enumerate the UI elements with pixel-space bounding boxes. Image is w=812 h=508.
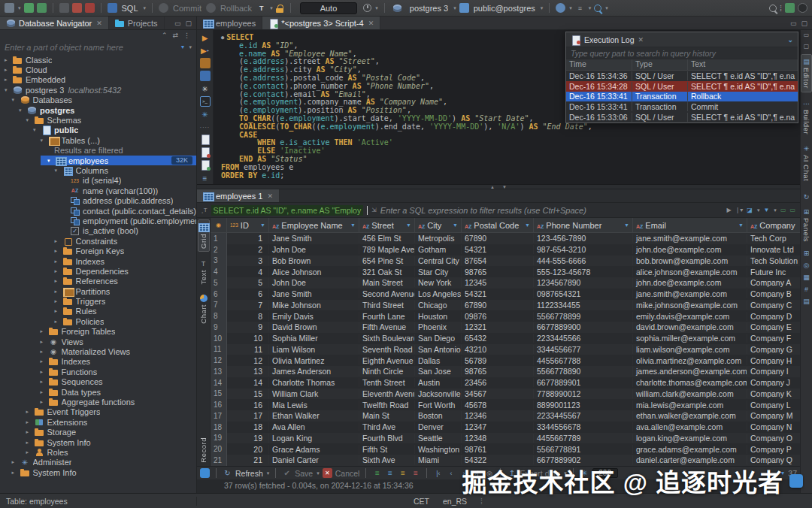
tree-item-employees[interactable]: ▾employees32K bbox=[0, 156, 196, 165]
tree-expander-icon[interactable]: ▸ bbox=[5, 67, 11, 73]
tree-item-materialized-views[interactable]: ▸◉Materialized Views bbox=[0, 346, 196, 356]
add-row-icon[interactable]: ≡ bbox=[372, 468, 382, 478]
cell-email[interactable]: jane.smith@example.com bbox=[633, 234, 747, 243]
cell-email[interactable]: logan.king@example.com bbox=[633, 434, 747, 443]
tree-expander-icon[interactable]: ▸ bbox=[26, 409, 33, 415]
cell-postal-code[interactable]: 54321 bbox=[462, 245, 534, 254]
tree-expander-icon[interactable]: ▾ bbox=[19, 107, 26, 113]
column-header-email[interactable]: AZEmail▼ bbox=[633, 218, 747, 232]
globe-icon[interactable] bbox=[556, 3, 565, 13]
cell-email[interactable]: mia.lewis@example.com bbox=[633, 401, 747, 410]
load-filter-icon[interactable]: ▭ bbox=[789, 207, 795, 213]
tree-expander-icon[interactable]: ▸ bbox=[55, 248, 62, 254]
tree-item-tables[interactable]: ▾Tables (...) bbox=[0, 135, 196, 145]
maximize-editor-icon[interactable]: ▢ bbox=[801, 20, 807, 27]
tree-expander-icon[interactable]: ▾ bbox=[47, 158, 54, 164]
tree-item-event-triggers[interactable]: ▸Event Triggers bbox=[0, 407, 196, 417]
tree-expander-icon[interactable]: ▸ bbox=[41, 339, 47, 345]
maximize-panel-icon[interactable]: ▢ bbox=[804, 43, 810, 50]
explain-plan-icon[interactable] bbox=[200, 71, 211, 81]
close-icon[interactable]: ✕ bbox=[96, 20, 102, 27]
tree-item-name-varchar-100[interactable]: AZname (varchar(100)) bbox=[0, 186, 196, 195]
row-number[interactable]: 2 bbox=[211, 244, 227, 256]
panels-toggle[interactable]: ⊞ Panels bbox=[801, 205, 812, 245]
row-number[interactable]: 3 bbox=[211, 256, 227, 267]
cell-employee-name[interactable]: Ethan Walker bbox=[269, 411, 359, 420]
driver-manager-icon[interactable] bbox=[85, 3, 95, 13]
cell-email[interactable]: mike.johnson@example.com bbox=[633, 301, 747, 310]
cell-employee-name[interactable]: James Anderson bbox=[269, 367, 359, 376]
cell-employee-name[interactable]: Bob Brown bbox=[269, 256, 359, 265]
cell-id[interactable]: 19 bbox=[227, 434, 269, 443]
cell-employee-name[interactable]: Daniel Carter bbox=[269, 455, 359, 464]
cell-street[interactable]: Fifth St bbox=[359, 445, 415, 454]
overflow-menu-icon[interactable]: ⁞ bbox=[780, 4, 782, 13]
invalidate-connection-icon[interactable] bbox=[72, 3, 82, 13]
row-number[interactable]: 4 bbox=[211, 266, 227, 277]
tree-item-functions[interactable]: ▸Functions bbox=[0, 367, 196, 376]
tree-item-sequences[interactable]: ▸Sequences bbox=[0, 377, 196, 387]
close-icon[interactable]: ✕ bbox=[267, 192, 273, 200]
execute-new-tab-icon[interactable]: ▶+ bbox=[200, 45, 211, 56]
cell-employee-name[interactable]: Logan King bbox=[269, 434, 359, 443]
cell-street[interactable]: Ninth Circle bbox=[359, 367, 415, 376]
rollback-icon[interactable] bbox=[206, 3, 216, 13]
tree-item-policies[interactable]: ▸Policies bbox=[0, 316, 196, 326]
cell-city[interactable]: Fort Worth bbox=[415, 401, 462, 410]
cell-phone-number[interactable]: 6677889900 bbox=[534, 322, 633, 331]
tree-item-foreign-tables[interactable]: ▸Foreign Tables bbox=[0, 327, 196, 337]
cell-city[interactable]: Los Angeles bbox=[415, 289, 462, 298]
tree-expander-icon[interactable]: ▸ bbox=[41, 328, 47, 334]
tree-item-aggregate-functions[interactable]: ▸Aggregate functions bbox=[0, 397, 196, 407]
cell-phone-number[interactable]: 2233445566 bbox=[534, 334, 633, 343]
cell-postal-code[interactable]: 54321 bbox=[462, 289, 534, 298]
cell-phone-number[interactable]: 0987654321 bbox=[534, 289, 633, 298]
user-avatar[interactable] bbox=[798, 3, 807, 13]
cell-company[interactable]: Company K bbox=[747, 389, 800, 398]
cell-company[interactable]: Company J bbox=[747, 378, 800, 387]
tree-expander-icon[interactable]: ▸ bbox=[5, 57, 11, 63]
cell-phone-number[interactable]: 6677889901 bbox=[534, 378, 633, 387]
save-filter-icon[interactable]: ▭ bbox=[780, 207, 786, 213]
execution-log-tab[interactable]: Execution Log ✕ ⌄ bbox=[566, 32, 798, 47]
filter-funnel-icon[interactable]: ▼ bbox=[180, 44, 186, 50]
cell-city[interactable]: Metropolis bbox=[415, 234, 462, 243]
tree-item-dependencies[interactable]: ▸Dependencies bbox=[0, 266, 196, 276]
expand-filter-icon[interactable]: ⇲ bbox=[371, 207, 377, 213]
grid-row[interactable]: 1919Logan KingFourth BlvdSeattle12348445… bbox=[211, 433, 800, 444]
tree-item-administer[interactable]: ▸✳Administer bbox=[0, 458, 196, 467]
tree-expander-icon[interactable]: ▸ bbox=[55, 289, 62, 295]
grid-row[interactable]: 77Mike JohnsonThird StreetChicago6789011… bbox=[211, 300, 800, 311]
grid-row[interactable]: 44Alice Johnson321 Oak StStar City987655… bbox=[211, 266, 800, 277]
cell-id[interactable]: 1 bbox=[227, 234, 269, 243]
grid-row[interactable]: 11Jane Smith456 Elm StMetropolis67890123… bbox=[211, 233, 800, 244]
cell-id[interactable]: 10 bbox=[227, 334, 269, 343]
row-number[interactable]: 10 bbox=[211, 333, 227, 344]
cell-city[interactable]: Boston bbox=[415, 411, 462, 420]
more-actions-icon[interactable]: ···· bbox=[200, 122, 211, 132]
cell-email[interactable]: william.clark@example.com bbox=[633, 389, 747, 398]
tree-expander-icon[interactable]: ▸ bbox=[41, 379, 47, 385]
row-number[interactable]: 7 bbox=[211, 300, 227, 311]
task-list-icon[interactable]: ≡ bbox=[575, 3, 585, 13]
log-column-text[interactable]: Text bbox=[688, 59, 798, 70]
cell-city[interactable]: Dallas bbox=[415, 356, 462, 365]
tree-expander-icon[interactable]: ▸ bbox=[41, 369, 47, 375]
grid-row[interactable]: 1111Liam WilsonSeventh RoadSan Antonio43… bbox=[211, 344, 800, 355]
cell-phone-number[interactable]: 4455667789 bbox=[534, 434, 633, 443]
chevron-down-icon[interactable]: ▾ bbox=[605, 5, 608, 11]
edit-row-icon[interactable]: ≡ bbox=[398, 468, 408, 478]
column-header-employee-name[interactable]: AZEmployee Name▼ bbox=[269, 218, 359, 232]
save-icon[interactable]: ✔ bbox=[282, 468, 292, 478]
tree-item-public[interactable]: ▾public bbox=[0, 125, 196, 135]
query-history-search-input[interactable]: Type query part to search in query histo… bbox=[566, 47, 798, 59]
cell-id[interactable]: 15 bbox=[227, 389, 269, 398]
column-header-city[interactable]: AZCity▼ bbox=[415, 218, 462, 232]
grid-row[interactable]: 88Emily DavisFourth LaneHouston098765566… bbox=[211, 310, 800, 322]
cell-postal-code[interactable]: 67890 bbox=[462, 301, 534, 310]
cell-employee-name[interactable]: John Doe bbox=[269, 245, 359, 254]
cell-city[interactable]: Miami bbox=[415, 455, 462, 464]
tree-item-databases[interactable]: ▾Databases bbox=[0, 95, 196, 105]
column-header-street[interactable]: AZStreet▼ bbox=[359, 218, 415, 232]
tree-item-employment-public-employment[interactable]: employment (public.employment_ bbox=[0, 216, 196, 225]
